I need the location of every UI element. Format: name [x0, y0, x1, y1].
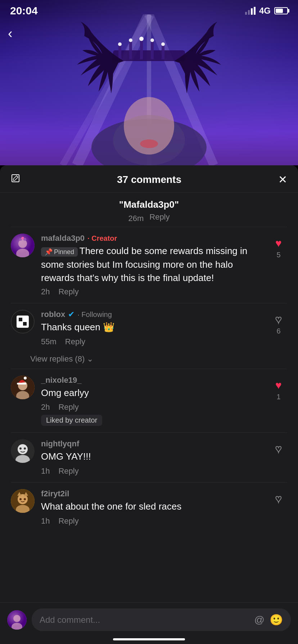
comment-username: nightlyqnf — [41, 439, 79, 448]
svg-rect-19 — [12, 175, 19, 182]
pinned-mention-username: "Mafalda3p0" — [11, 199, 287, 210]
svg-point-34 — [24, 377, 27, 380]
chevron-down-icon: ⌄ — [87, 354, 93, 364]
pinned-badge: 📌 Pinned — [41, 247, 78, 257]
avatar — [11, 234, 35, 257]
reply-button[interactable]: Reply — [58, 287, 78, 296]
svg-rect-27 — [17, 316, 29, 328]
svg-point-12 — [139, 37, 144, 41]
svg-rect-33 — [17, 383, 26, 385]
comment-item: _nixole19_ Omg earlyy 2h Reply Liked by … — [0, 369, 298, 433]
comment-input-field[interactable]: Add comment... @ 🙂 — [32, 608, 291, 631]
comment-meta: 1h Reply — [41, 466, 263, 476]
comment-body: f2iryt2il What about the one for sled ra… — [41, 489, 263, 526]
svg-rect-29 — [23, 322, 27, 326]
comment-meta: 2h Reply — [41, 287, 263, 296]
like-col: ♥ — [270, 439, 287, 455]
emoji-icon[interactable]: 🙂 — [270, 613, 283, 626]
comments-header: 37 comments ✕ — [0, 165, 298, 193]
verified-icon: ✔ — [68, 310, 74, 319]
comment-username-row: roblox ✔ · Following — [41, 310, 263, 319]
svg-point-46 — [24, 498, 26, 500]
comment-text: What about the one for sled races — [41, 500, 263, 514]
comment-username-row: nightlyqnf — [41, 439, 263, 448]
comment-body: _nixole19_ Omg earlyy 2h Reply Liked by … — [41, 376, 263, 426]
comment-placeholder: Add comment... — [40, 615, 249, 625]
svg-point-39 — [24, 447, 26, 450]
svg-point-21 — [18, 239, 27, 248]
comments-count-title: 37 comments — [117, 174, 181, 185]
comment-meta: 2h Reply — [41, 402, 263, 412]
comment-body: roblox ✔ · Following Thanks queen 👑 55m … — [41, 310, 263, 346]
comment-item: mafalda3p0 · Creator 📌 Pinned There coul… — [0, 227, 298, 303]
close-icon[interactable]: ✕ — [278, 173, 287, 186]
svg-rect-5 — [118, 45, 121, 59]
reply-button[interactable]: Reply — [58, 516, 78, 526]
video-thumbnail — [41, 14, 257, 165]
comment-body: nightlyqnf OMG YAY!!! 1h Reply — [41, 439, 263, 476]
edit-icon[interactable] — [11, 174, 20, 185]
comment-username: f2iryt2il — [41, 489, 69, 498]
svg-point-18 — [140, 139, 158, 148]
avatar — [11, 439, 35, 463]
avatar — [11, 376, 35, 399]
liked-by-creator-badge: Liked by creator — [41, 415, 102, 426]
svg-point-13 — [150, 38, 154, 42]
following-label: · Following — [77, 310, 112, 319]
comment-input-bar: Add comment... @ 🙂 — [0, 602, 298, 644]
like-button[interactable]: ♥ — [275, 379, 282, 391]
video-area: ‹ — [0, 0, 298, 165]
like-button[interactable]: ♥ — [275, 443, 282, 455]
comment-username: _nixole19_ — [41, 376, 82, 385]
status-icons: 4G — [245, 6, 288, 16]
like-count: 5 — [276, 251, 280, 259]
comment-text: Omg earlyy — [41, 386, 263, 400]
comment-username: mafalda3p0 — [41, 234, 85, 243]
svg-point-11 — [129, 38, 132, 42]
like-button[interactable]: ♥ — [275, 493, 282, 505]
current-user-avatar — [7, 610, 27, 630]
back-button[interactable]: ‹ — [8, 26, 13, 41]
battery-icon — [274, 7, 288, 14]
like-count: 6 — [276, 327, 280, 335]
svg-point-36 — [18, 444, 28, 454]
comment-body: mafalda3p0 · Creator 📌 Pinned There coul… — [41, 234, 263, 296]
pinned-mention: "Mafalda3p0" 26m Reply — [0, 193, 298, 227]
svg-rect-7 — [140, 40, 143, 59]
comment-text: OMG YAY!!! — [41, 450, 263, 464]
view-replies-button[interactable]: View replies (8) ⌄ — [30, 353, 298, 369]
network-label: 4G — [259, 6, 271, 16]
like-button[interactable]: ♥ — [275, 313, 282, 326]
comment-item: roblox ✔ · Following Thanks queen 👑 55m … — [0, 303, 298, 353]
status-time: 20:04 — [10, 5, 38, 17]
svg-rect-4 — [113, 50, 185, 61]
svg-rect-6 — [129, 41, 132, 59]
like-col: ♥ 6 — [270, 310, 287, 335]
comment-username-row: mafalda3p0 · Creator — [41, 234, 263, 243]
comment-username-row: f2iryt2il — [41, 489, 263, 498]
at-icon[interactable]: @ — [254, 614, 265, 626]
avatar — [11, 489, 35, 513]
comment-meta: 1h Reply — [41, 516, 263, 526]
comment-username-row: _nixole19_ — [41, 376, 263, 385]
svg-point-14 — [161, 42, 165, 46]
like-button[interactable]: ♥ — [275, 237, 282, 249]
signal-bars-icon — [245, 7, 256, 15]
avatar — [11, 310, 35, 334]
reply-button[interactable]: Reply — [65, 337, 85, 346]
svg-point-10 — [118, 42, 122, 46]
like-col: ♥ — [270, 489, 287, 505]
svg-rect-9 — [162, 45, 164, 59]
svg-point-45 — [19, 498, 22, 500]
reply-button[interactable]: Reply — [58, 402, 78, 412]
home-indicator — [113, 638, 185, 640]
like-col: ♥ 5 — [270, 234, 287, 259]
comments-panel: 37 comments ✕ "Mafalda3p0" 26m Reply — [0, 165, 298, 644]
pinned-mention-reply[interactable]: Reply — [149, 212, 170, 223]
svg-point-48 — [13, 615, 21, 622]
svg-point-25 — [23, 238, 26, 241]
comment-item: f2iryt2il What about the one for sled ra… — [0, 483, 298, 532]
reply-button[interactable]: Reply — [58, 466, 78, 476]
svg-rect-28 — [19, 318, 22, 321]
like-col: ♥ 1 — [270, 376, 287, 401]
